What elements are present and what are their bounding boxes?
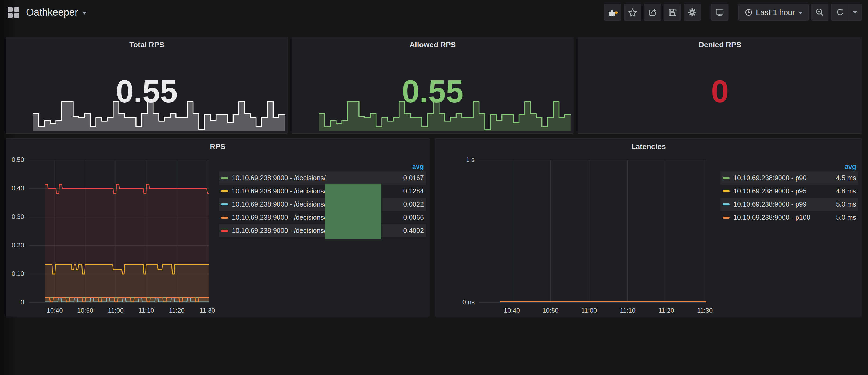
grid-square (7, 7, 12, 12)
series-avg-value: 0.0066 (394, 214, 424, 221)
toolbar: Last 1 hour (601, 4, 862, 21)
legend-row[interactable]: 10.10.69.238:9000 - p995.0 ms (720, 198, 858, 211)
save-button[interactable] (664, 4, 681, 21)
panel-title-rps[interactable]: RPS (6, 143, 429, 151)
x-axis-tick: 11:10 (130, 307, 162, 314)
zoom-out-button[interactable] (811, 4, 829, 21)
series-color-swatch[interactable] (723, 204, 730, 206)
legend-row[interactable]: 10.10.69.238:9000 - /decisions/0.0022 (219, 198, 426, 211)
legend-row[interactable]: 10.10.69.238:9000 - /decisions/0.0066 (219, 211, 426, 224)
tv-monitor-icon (715, 7, 724, 17)
series-color-swatch[interactable] (723, 217, 730, 219)
x-axis-tick: 10:40 (496, 307, 528, 314)
star-icon (628, 7, 638, 17)
panel-title-latencies[interactable]: Latencies (435, 143, 862, 151)
panel-latencies-graph: Latencies 1 s0 ns10:4010:5011:0011:1011:… (435, 138, 862, 316)
panel-title-allowed-rps[interactable]: Allowed RPS (292, 40, 573, 49)
series-avg-value: 0.0022 (394, 200, 424, 208)
x-axis-tick: 11:20 (161, 307, 193, 314)
green-overlay-box (324, 184, 381, 239)
cycle-view-button[interactable] (711, 4, 728, 21)
legend-avg-column-header: avg (720, 162, 858, 171)
rps-legend: avg10.10.69.238:9000 - /decisions/0.0167… (219, 162, 426, 237)
series-color-swatch[interactable] (221, 217, 228, 219)
caret-down-icon (799, 12, 802, 14)
refresh-button[interactable] (832, 4, 849, 21)
y-axis-tick: 0 (6, 299, 24, 306)
y-axis-tick: 0.30 (6, 213, 24, 221)
series-label[interactable]: 10.10.69.238:9000 - p99 (733, 200, 824, 208)
series-color-swatch[interactable] (221, 230, 228, 232)
dashboard-title-dropdown[interactable]: Oathkeeper (26, 7, 87, 18)
y-axis-tick: 0.10 (6, 270, 24, 278)
dashboard-grid-icon[interactable] (7, 7, 19, 18)
series-avg-value: 5.0 ms (824, 200, 856, 208)
save-floppy-icon (668, 7, 677, 17)
series-label[interactable]: 10.10.69.238:9000 - p100 (733, 214, 824, 221)
series-avg-value: 0.1284 (394, 187, 424, 195)
x-axis-tick: 11:10 (612, 307, 644, 314)
series-color-swatch[interactable] (723, 190, 730, 192)
share-button[interactable] (644, 4, 661, 21)
x-axis-tick: 11:20 (650, 307, 682, 314)
dashboard-title: Oathkeeper (26, 7, 78, 18)
series-avg-value: 4.5 ms (824, 174, 856, 182)
legend-row[interactable]: 10.10.69.238:9000 - /decisions/0.4002 (219, 224, 426, 237)
grid-square (14, 13, 19, 18)
top-navbar: Oathkeeper (0, 0, 868, 25)
grid-square (14, 7, 19, 12)
refresh-icon (835, 8, 845, 17)
settings-button[interactable] (684, 4, 701, 21)
legend-row[interactable]: 10.10.69.238:9000 - p954.8 ms (720, 185, 858, 198)
x-axis-tick: 10:40 (39, 307, 71, 314)
series-color-swatch[interactable] (221, 190, 228, 192)
panel-title-denied-rps[interactable]: Denied RPS (578, 40, 862, 49)
x-axis-tick: 11:00 (573, 307, 605, 314)
stat-value-allowed-rps: 0.55 (292, 74, 573, 109)
series-color-swatch[interactable] (723, 177, 730, 179)
legend-row[interactable]: 10.10.69.238:9000 - /decisions/0.1284 (219, 185, 426, 198)
series-label[interactable]: 10.10.69.238:9000 - /decisions/ (232, 174, 394, 182)
refresh-interval-dropdown[interactable] (849, 4, 861, 21)
star-button[interactable] (624, 4, 641, 21)
legend-row[interactable]: 10.10.69.238:9000 - p1005.0 ms (720, 211, 858, 224)
latencies-legend: avg10.10.69.238:9000 - p904.5 ms10.10.69… (720, 162, 858, 224)
add-panel-button[interactable] (604, 4, 621, 21)
caret-down-icon (82, 12, 87, 14)
series-color-swatch[interactable] (221, 177, 228, 179)
x-axis-tick: 11:00 (100, 307, 132, 314)
latencies-plot (479, 160, 707, 303)
y-axis-tick: 0.20 (6, 242, 24, 249)
x-axis-tick: 10:50 (69, 307, 101, 314)
y-axis-tick: 1 s (435, 156, 474, 164)
series-color-swatch[interactable] (221, 204, 228, 206)
legend-row[interactable]: 10.10.69.238:9000 - /decisions/0.0167 (219, 171, 426, 185)
time-range-picker[interactable]: Last 1 hour (739, 4, 809, 21)
stat-value-denied-rps: 0 (578, 74, 862, 109)
panel-denied-rps: Denied RPS 0 (578, 36, 862, 133)
x-axis-tick: 10:50 (534, 307, 566, 314)
y-axis-tick: 0 ns (435, 299, 474, 306)
gear-icon (687, 7, 697, 17)
bar-chart-add-icon (608, 7, 618, 17)
clock-icon (745, 8, 753, 17)
x-axis-tick: 11:30 (689, 307, 721, 314)
time-range-label: Last 1 hour (756, 8, 795, 17)
series-label[interactable]: 10.10.69.238:9000 - p90 (733, 174, 824, 182)
series-avg-value: 4.8 ms (824, 187, 856, 195)
series-avg-value: 0.4002 (394, 227, 424, 235)
share-icon (648, 7, 657, 17)
zoom-out-magnifier-icon (815, 7, 825, 17)
series-label[interactable]: 10.10.69.238:9000 - p95 (733, 187, 824, 195)
series-avg-value: 5.0 ms (824, 214, 856, 221)
grid-square (7, 13, 12, 18)
legend-avg-column-header: avg (219, 162, 426, 171)
caret-down-icon (853, 11, 857, 14)
stat-value-total-rps: 0.55 (6, 74, 287, 109)
x-axis-tick: 11:30 (191, 307, 223, 314)
y-axis-tick: 0.40 (6, 185, 24, 192)
legend-row[interactable]: 10.10.69.238:9000 - p904.5 ms (720, 171, 858, 185)
panel-total-rps: Total RPS 0.55 (6, 36, 287, 133)
panel-title-total-rps[interactable]: Total RPS (6, 40, 287, 49)
series-avg-value: 0.0167 (394, 174, 424, 182)
